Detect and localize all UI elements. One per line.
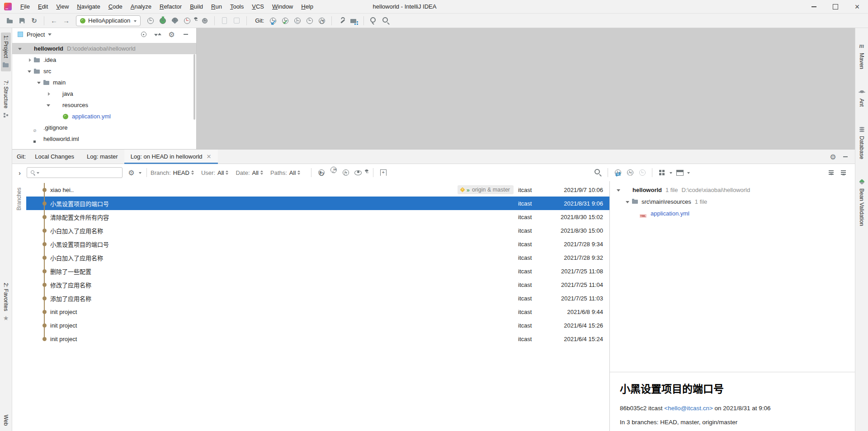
log-search-field[interactable] (27, 167, 123, 178)
changed-file-row[interactable]: application.yml (610, 207, 855, 219)
tree-expand-arrow-icon[interactable] (25, 124, 33, 131)
tree-expand-arrow-icon[interactable] (35, 79, 43, 86)
menu-item[interactable]: Run (207, 0, 226, 14)
tool-window-tab-favorites[interactable]: 2: Favorites (1, 280, 11, 324)
log-filter[interactable]: Branch: HEAD (151, 169, 194, 176)
save-icon[interactable] (16, 15, 28, 27)
commit-row[interactable]: 小白加入了应用名称 itcast 2021/8/30 15:00 (26, 224, 609, 237)
project-tree-row[interactable]: src (12, 66, 196, 77)
menu-item[interactable]: Build (186, 0, 207, 14)
branches-label[interactable]: Branches (16, 187, 22, 211)
tree-expand-arrow-icon[interactable] (623, 198, 632, 205)
tree-expand-arrow-icon[interactable] (44, 102, 52, 109)
log-rollback-icon[interactable] (624, 167, 636, 178)
menu-item[interactable]: Refactor (156, 0, 186, 14)
maximize-icon[interactable] (825, 0, 846, 14)
log-filter[interactable]: Paths: All (270, 169, 300, 176)
tool-window-tab[interactable]: Database (857, 123, 867, 162)
gear-icon[interactable] (165, 28, 178, 40)
changed-file-row[interactable]: helloworld 1 file D:\code\xiaobai\hellow… (610, 184, 855, 196)
commit-row[interactable]: 清除配置文件所有内容 itcast 2021/8/30 15:02 (26, 210, 609, 224)
dropdown-caret-icon[interactable] (364, 167, 369, 178)
commit-row[interactable]: init project itcast 2021/6/4 15:26 (26, 319, 609, 332)
open-folder-icon[interactable] (4, 15, 16, 27)
forward-icon[interactable] (60, 15, 72, 27)
attach-debugger-icon[interactable] (218, 15, 231, 27)
commit-row[interactable]: 小黑设置项目的端口号 itcast 2021/7/28 9:34 (26, 237, 609, 251)
git-commit-icon[interactable] (279, 15, 291, 27)
menu-item[interactable]: View (52, 0, 73, 14)
project-tree-row[interactable]: java (12, 88, 196, 99)
menu-item[interactable]: VCS (248, 0, 268, 14)
log-search-input[interactable] (41, 169, 119, 176)
tool-window-tab[interactable]: Bean Validation (857, 175, 867, 229)
project-tree-row[interactable]: resources (12, 99, 196, 111)
project-tree-row[interactable]: application.yml (12, 111, 196, 122)
tool-window-tab-web[interactable]: Web (1, 412, 10, 428)
log-filter[interactable]: User: All (201, 169, 229, 176)
branch-ref-chip[interactable]: » origin & master (458, 185, 514, 194)
expand-all-icon[interactable] (825, 167, 837, 178)
project-tree-row[interactable]: helloworld D:\code\xiaobai\helloworld (12, 43, 196, 54)
search-everywhere-icon[interactable] (380, 15, 392, 27)
project-tree-row[interactable]: main (12, 77, 196, 88)
git-merge-icon[interactable] (291, 15, 303, 27)
back-icon[interactable] (48, 15, 60, 27)
goto-hash-icon[interactable] (377, 167, 389, 178)
tree-expand-arrow-icon[interactable] (25, 56, 33, 64)
sort-icon[interactable] (340, 167, 352, 178)
git-update-icon[interactable] (267, 15, 279, 27)
commit-row[interactable]: init project itcast 2021/6/8 9:44 (26, 305, 609, 319)
stop-icon[interactable] (198, 15, 211, 27)
debug-bug-icon[interactable] (156, 15, 169, 27)
menu-item[interactable]: Edit (34, 0, 52, 14)
git-rollback-icon[interactable] (316, 15, 328, 27)
gear-icon[interactable] (125, 167, 137, 178)
author-email-link[interactable]: <hello@itcast.cn> (664, 405, 713, 412)
log-history-icon[interactable] (636, 167, 648, 178)
show-details-icon[interactable] (674, 167, 686, 178)
sync-icon[interactable] (28, 15, 40, 27)
collapse-all-icon[interactable] (837, 167, 849, 178)
tree-expand-arrow-icon[interactable] (44, 90, 52, 98)
dropdown-caret-icon[interactable] (686, 167, 691, 178)
chevron-down-icon[interactable] (48, 33, 52, 37)
commit-row[interactable]: 小白加入了应用名称 itcast 2021/7/28 9:32 (26, 251, 609, 264)
close-tab-icon[interactable]: ✕ (207, 153, 212, 160)
menu-item[interactable]: Window (268, 0, 297, 14)
changed-file-row[interactable]: src\main\resources 1 file (610, 196, 855, 207)
commit-row[interactable]: init project itcast 2021/6/4 15:24 (26, 332, 609, 346)
toolwindow-layout-icon[interactable] (368, 15, 380, 27)
tree-expand-arrow-icon[interactable] (614, 186, 623, 193)
menu-item[interactable]: File (16, 0, 34, 14)
dropdown-caret-icon[interactable] (137, 167, 143, 178)
project-tree-row[interactable]: helloworld.iml (12, 133, 196, 145)
tool-window-tab[interactable]: Maven (857, 40, 867, 72)
close-icon[interactable] (846, 0, 868, 14)
commit-row[interactable]: 修改了应用名称 itcast 2021/7/25 11:04 (26, 278, 609, 291)
intellisort-icon[interactable] (327, 167, 340, 178)
presentation-grid-icon[interactable] (656, 167, 668, 178)
collapse-icon[interactable] (151, 28, 164, 40)
project-tree-row[interactable]: .gitignore (12, 122, 196, 133)
build-wrench-icon[interactable] (335, 15, 348, 27)
tool-window-tab[interactable]: 1: Project (1, 33, 11, 71)
gear-icon[interactable] (827, 151, 839, 163)
project-panel-title[interactable]: Project (27, 31, 45, 38)
git-history-icon[interactable] (303, 15, 316, 27)
tree-expand-arrow-icon[interactable] (54, 113, 62, 120)
tree-expand-arrow-icon[interactable] (25, 68, 33, 75)
locate-icon[interactable] (137, 28, 150, 40)
coverage-icon[interactable] (169, 15, 181, 27)
dropdown-caret-icon[interactable] (668, 167, 674, 178)
run-play-icon[interactable] (144, 15, 156, 27)
tool-window-tab[interactable]: Ant (857, 85, 867, 109)
commit-row[interactable]: 小黑设置项目的端口号 itcast 2021/8/31 9:06 (26, 197, 609, 210)
git-panel-tab[interactable]: Log: on HEAD in helloworld ✕ (124, 150, 218, 164)
refresh-icon[interactable] (315, 167, 327, 178)
tree-expand-arrow-icon[interactable] (16, 45, 24, 52)
dropdown-caret-icon[interactable] (193, 15, 198, 27)
log-search-icon[interactable] (592, 167, 604, 178)
eye-icon[interactable] (352, 167, 364, 178)
commit-row[interactable]: xiao hei.. » origin & master itcast 2021… (26, 183, 609, 197)
